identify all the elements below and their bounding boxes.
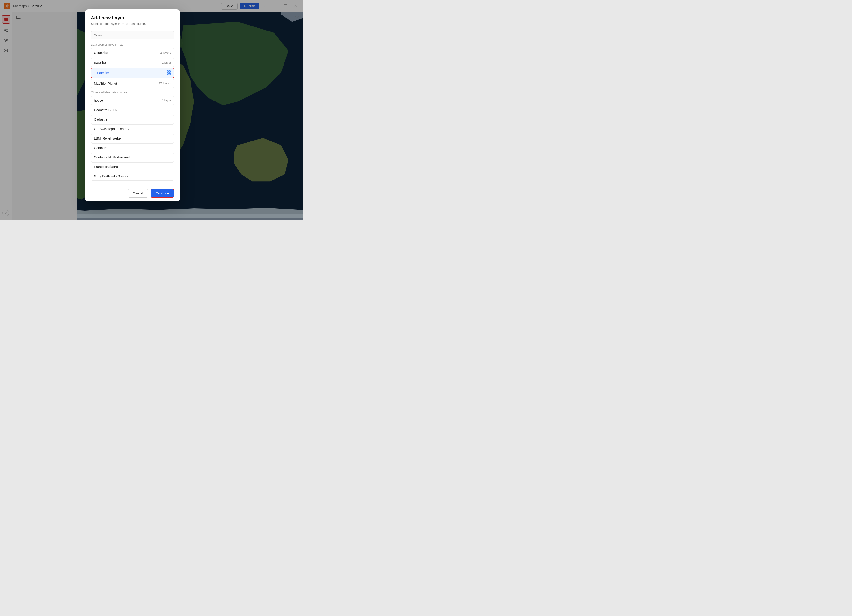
satellite-child-item[interactable]: Satellite xyxy=(91,68,174,78)
countries-source-item[interactable]: Countries 2 layers xyxy=(91,48,174,57)
cadastre-name: Cadastre xyxy=(94,117,107,121)
cadastre-beta-name: Cadastre BETA xyxy=(94,108,117,112)
modal-overlay: Add new Layer Select source layer from i… xyxy=(0,0,303,220)
lbm-name: LBM_Relief_webp xyxy=(94,137,121,140)
data-source-countries: Countries 2 layers xyxy=(91,48,174,57)
dialog-title: Add new Layer xyxy=(91,15,174,21)
other-section-label: Other available data sources xyxy=(91,91,174,94)
countries-source-count: 2 layers xyxy=(160,51,171,54)
gray-earth-name: Gray Earth with Shaded... xyxy=(94,174,132,178)
cancel-button[interactable]: Cancel xyxy=(128,189,148,197)
satellite-source-count: 1 layer xyxy=(162,61,171,64)
ch-swisstopo-name: CH Swisstopo LeichteB... xyxy=(94,127,131,131)
other-source-france-cadastre[interactable]: France cadastre xyxy=(91,162,174,171)
search-input[interactable] xyxy=(91,31,174,39)
house-source-name: house xyxy=(94,99,103,102)
add-layer-dialog: Add new Layer Select source layer from i… xyxy=(85,9,180,201)
dialog-subtitle: Select source layer from its data source… xyxy=(91,22,174,26)
maptiler-source-name: MapTiler Planet xyxy=(94,81,117,85)
satellite-stripe-icon xyxy=(167,70,171,75)
maptiler-source-item[interactable]: MapTiler Planet 17 layers xyxy=(91,79,174,88)
other-source-lbm[interactable]: LBM_Relief_webp xyxy=(91,134,174,143)
satellite-child-name: Satellite xyxy=(97,71,109,75)
house-source-count: 1 layer xyxy=(162,99,171,102)
continue-button[interactable]: Continue xyxy=(151,189,174,197)
other-source-house[interactable]: house 1 layer xyxy=(91,96,174,105)
france-cadastre-name: France cadastre xyxy=(94,165,118,169)
maptiler-source-count: 17 layers xyxy=(159,81,171,85)
contours-nosw-name: Contours NoSwitzerland xyxy=(94,155,130,159)
other-source-gray-earth[interactable]: Gray Earth with Shaded... xyxy=(91,172,174,181)
contours-name: Contours xyxy=(94,146,107,150)
other-source-contours-nosw[interactable]: Contours NoSwitzerland xyxy=(91,153,174,162)
satellite-source-name: Satellite xyxy=(94,61,106,65)
other-source-cadastre-beta[interactable]: Cadastre BETA xyxy=(91,105,174,114)
dialog-footer: Cancel Continue xyxy=(85,185,180,201)
countries-source-name: Countries xyxy=(94,51,108,55)
satellite-source-item[interactable]: Satellite 1 layer xyxy=(91,58,174,67)
data-sources-section-label: Data sources in your map xyxy=(91,43,174,47)
other-source-cadastre[interactable]: Cadastre xyxy=(91,115,174,124)
other-source-contours[interactable]: Contours xyxy=(91,143,174,152)
data-source-satellite: Satellite 1 layer Satellite xyxy=(91,58,174,78)
data-source-maptiler: MapTiler Planet 17 layers xyxy=(91,79,174,88)
dialog-header: Add new Layer Select source layer from i… xyxy=(85,9,180,27)
other-source-ch-swisstopo[interactable]: CH Swisstopo LeichteB... xyxy=(91,124,174,133)
dialog-body: Data sources in your map Countries 2 lay… xyxy=(85,27,180,185)
